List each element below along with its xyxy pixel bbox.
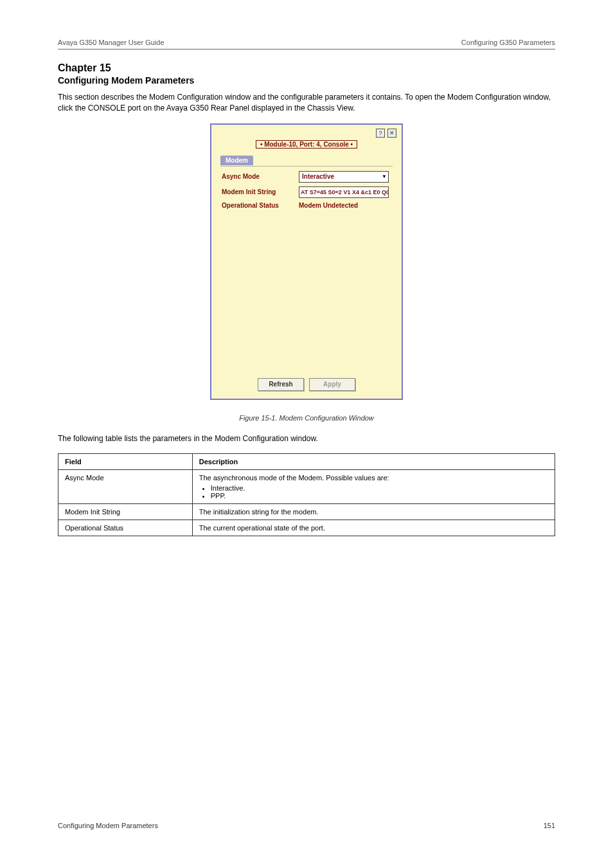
select-async-mode[interactable]: Interactive ▼: [299, 171, 389, 183]
modem-config-panel: ? ✕ • Module-10, Port: 4, Console • Mode…: [210, 123, 403, 400]
col-header-field: Field: [58, 454, 193, 470]
chapter-number: Chapter 15: [58, 62, 555, 74]
tab-modem[interactable]: Modem: [220, 156, 253, 165]
cell-field: Async Mode: [58, 470, 193, 504]
cell-field: Modem Init String: [58, 504, 193, 520]
row-operational-status: Operational Status Modem Undetected: [222, 202, 391, 209]
form-area: Async Mode Interactive ▼ Modem Init Stri…: [222, 171, 391, 213]
panel-button-row: Refresh Apply: [211, 378, 402, 391]
label-async-mode: Async Mode: [222, 173, 299, 180]
refresh-button[interactable]: Refresh: [258, 378, 304, 391]
row-async-mode: Async Mode Interactive ▼: [222, 171, 391, 183]
close-icon[interactable]: ✕: [387, 129, 396, 138]
list-item: PPP.: [211, 492, 548, 500]
footer-page-number: 151: [544, 822, 555, 829]
page: Avaya G350 Manager User Guide Configurin…: [0, 0, 613, 868]
cell-field: Operational Status: [58, 520, 193, 536]
params-table: Field Description Async Mode The asynchr…: [58, 453, 555, 536]
table-row: Modem Init String The initialization str…: [58, 504, 555, 520]
table-header-row: Field Description: [58, 454, 555, 470]
list-item: Interactive.: [211, 484, 548, 492]
cell-desc: The current operational state of the por…: [192, 520, 555, 536]
label-modem-init-string: Modem Init String: [222, 188, 299, 195]
help-icon[interactable]: ?: [376, 129, 385, 138]
input-modem-init-string-value: AT S7=45 S0=2 V1 X4 &c1 E0 Q0: [301, 189, 389, 195]
table-row: Async Mode The asynchronous mode of the …: [58, 470, 555, 504]
panel-titlebar-icons: ? ✕: [376, 129, 396, 138]
section-title: Configuring Modem Parameters: [58, 75, 555, 86]
cell-desc: The initialization string for the modem.: [192, 504, 555, 520]
running-header-left: Avaya G350 Manager User Guide: [58, 39, 164, 46]
cell-desc: The asynchronous mode of the Modem. Poss…: [192, 470, 555, 504]
figure-caption: Figure 15-1. Modem Configuration Window: [58, 414, 555, 422]
col-header-description: Description: [192, 454, 555, 470]
apply-button[interactable]: Apply: [309, 378, 355, 391]
input-modem-init-string[interactable]: AT S7=45 S0=2 V1 X4 &c1 E0 Q0: [299, 186, 389, 198]
row-modem-init-string: Modem Init String AT S7=45 S0=2 V1 X4 &c…: [222, 186, 391, 198]
cell-desc-list: Interactive. PPP.: [211, 484, 548, 500]
footer-section: Configuring Modem Parameters: [58, 822, 158, 829]
chevron-down-icon: ▼: [382, 174, 387, 179]
figure-wrap: ? ✕ • Module-10, Port: 4, Console • Mode…: [58, 123, 555, 400]
page-footer: Configuring Modem Parameters 151: [58, 822, 555, 829]
figure-number: Figure 15-1.: [239, 414, 277, 422]
running-header-right: Configuring G350 Parameters: [461, 39, 555, 46]
panel-title: • Module-10, Port: 4, Console •: [256, 140, 357, 149]
header-rule: [58, 49, 555, 50]
running-header: Avaya G350 Manager User Guide Configurin…: [58, 39, 555, 46]
figure-caption-text: Modem Configuration Window: [280, 414, 374, 422]
value-operational-status: Modem Undetected: [299, 202, 358, 209]
cell-desc-lead: The asynchronous mode of the Modem. Poss…: [199, 474, 389, 482]
select-async-mode-value: Interactive: [302, 173, 334, 180]
intro-paragraph: This section describes the Modem Configu…: [58, 92, 555, 114]
table-row: Operational Status The current operation…: [58, 520, 555, 536]
table-intro: The following table lists the parameters…: [58, 433, 555, 444]
label-operational-status: Operational Status: [222, 202, 299, 209]
tab-underline: [220, 166, 393, 167]
